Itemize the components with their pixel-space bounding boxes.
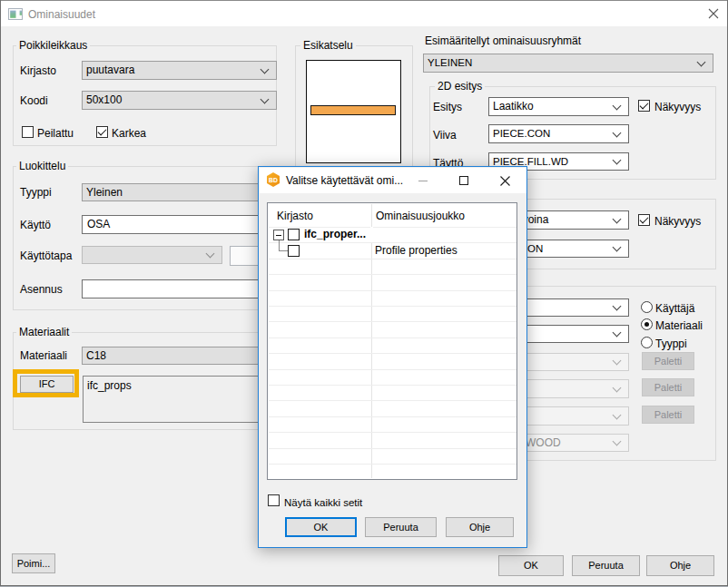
- svg-text:BD: BD: [269, 177, 278, 183]
